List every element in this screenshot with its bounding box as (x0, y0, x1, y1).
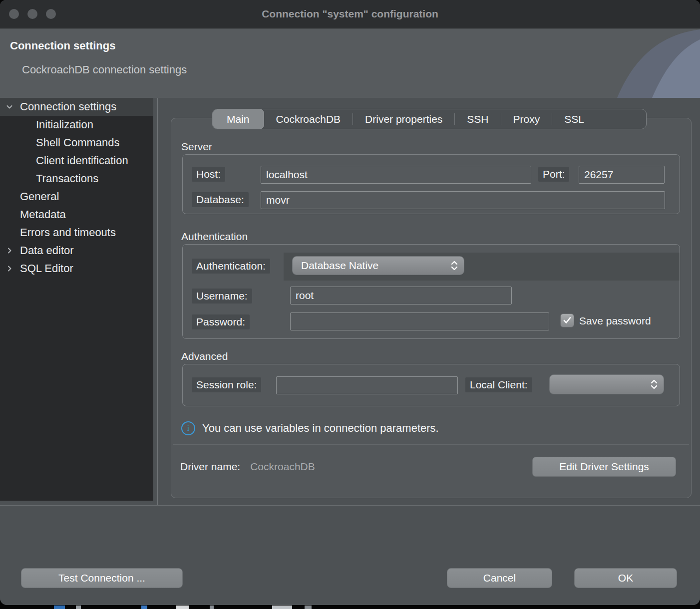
tab-cockroachdb[interactable]: CockroachDB (264, 109, 353, 129)
sidebar-gap (153, 98, 157, 505)
authentication-group-label: Authentication (181, 230, 691, 243)
authentication-label: Authentication: (192, 259, 270, 274)
dialog-footer: Test Connection ... Cancel OK (0, 506, 700, 605)
password-label: Password: (192, 314, 250, 329)
panel-divider (173, 444, 689, 445)
host-label: Host: (192, 167, 225, 182)
tree-item-transactions[interactable]: Transactions (0, 170, 153, 188)
advanced-group-label: Advanced (181, 350, 691, 363)
chevron-right-icon[interactable] (4, 245, 15, 256)
tab-proxy[interactable]: Proxy (501, 109, 552, 129)
session-role-label: Session role: (192, 377, 261, 392)
close-button[interactable] (9, 9, 19, 19)
connection-configuration-dialog: Connection "system" configuration Connec… (0, 0, 700, 605)
save-password-checkbox[interactable] (560, 313, 574, 327)
minimize-button[interactable] (27, 9, 37, 19)
main-tab-panel: Server Host: Port: Database: Authenticat… (171, 118, 692, 498)
driver-name-value: CockroachDB (250, 461, 315, 473)
background-fragment (272, 606, 292, 609)
background-fragment (210, 606, 214, 609)
port-label: Port: (538, 167, 569, 182)
username-label: Username: (192, 289, 252, 304)
chevron-down-icon[interactable] (4, 101, 15, 112)
driver-name-label: Driver name: (180, 461, 240, 473)
info-icon: i (181, 421, 195, 435)
dialog-header: Connection settings CockroachDB connecti… (0, 28, 700, 98)
select-chevrons-icon (451, 260, 458, 271)
edit-driver-settings-button[interactable]: Edit Driver Settings (532, 457, 676, 477)
checkmark-icon (563, 317, 571, 324)
server-group: Host: Port: Database: (182, 154, 680, 214)
session-role-input[interactable] (276, 376, 458, 394)
database-label: Database: (192, 192, 249, 207)
background-fragment (76, 606, 81, 609)
info-message: You can use variables in connection para… (202, 422, 439, 435)
username-input[interactable] (290, 287, 512, 304)
save-password-label: Save password (579, 315, 651, 327)
background-strip (0, 605, 700, 609)
tree-item-metadata[interactable]: Metadata (0, 206, 153, 224)
window-title: Connection "system" configuration (262, 8, 438, 20)
tab-main[interactable]: Main (212, 109, 264, 129)
local-client-select[interactable] (549, 374, 664, 394)
info-row: i You can use variables in connection pa… (181, 421, 691, 435)
ok-button[interactable]: OK (574, 568, 677, 588)
authentication-select[interactable]: Database Native (292, 256, 464, 275)
host-input[interactable] (261, 166, 531, 184)
tree-item-connection-settings[interactable]: Connection settings (0, 98, 153, 116)
tab-ssh[interactable]: SSH (455, 109, 500, 129)
advanced-group: Session role: Local Client: (182, 364, 680, 406)
tab-bar: Main CockroachDB Driver properties SSH P… (212, 109, 647, 129)
title-bar: Connection "system" configuration (0, 0, 700, 28)
window-controls (9, 0, 56, 28)
chevron-right-icon[interactable] (4, 263, 15, 274)
header-decor-graphic (614, 28, 700, 98)
tree-item-initialization[interactable]: Initialization (0, 116, 153, 134)
tree-item-sql-editor[interactable]: SQL Editor (0, 260, 153, 278)
authentication-group: Authentication: Database Native Username… (182, 244, 680, 339)
page-title: Connection settings (10, 39, 115, 52)
settings-tree: Connection settings Initialization Shell… (0, 98, 153, 501)
select-chevrons-icon (651, 379, 658, 390)
page-subtitle: CockroachDB connection settings (22, 63, 187, 76)
zoom-button[interactable] (46, 9, 56, 19)
background-fragment (141, 606, 147, 609)
authentication-select-value: Database Native (301, 260, 378, 272)
driver-row: Driver name: CockroachDB Edit Driver Set… (180, 457, 676, 477)
tree-item-shell-commands[interactable]: Shell Commands (0, 134, 153, 152)
test-connection-button[interactable]: Test Connection ... (21, 568, 183, 588)
port-input[interactable] (579, 166, 665, 184)
tree-item-client-identification[interactable]: Client identification (0, 152, 153, 170)
password-input[interactable] (290, 312, 549, 330)
background-fragment (54, 606, 65, 609)
tab-ssl[interactable]: SSL (552, 109, 596, 129)
tree-item-general[interactable]: General (0, 188, 153, 206)
tree-item-errors-and-timeouts[interactable]: Errors and timeouts (0, 224, 153, 242)
background-fragment (176, 606, 189, 609)
tree-item-data-editor[interactable]: Data editor (0, 242, 153, 260)
main-content: Main CockroachDB Driver properties SSH P… (158, 98, 700, 505)
local-client-label: Local Client: (465, 377, 532, 392)
tab-driver-properties[interactable]: Driver properties (353, 109, 454, 129)
cancel-button[interactable]: Cancel (447, 568, 552, 588)
database-input[interactable] (261, 191, 665, 209)
background-fragment (305, 606, 312, 609)
server-group-label: Server (181, 140, 691, 153)
